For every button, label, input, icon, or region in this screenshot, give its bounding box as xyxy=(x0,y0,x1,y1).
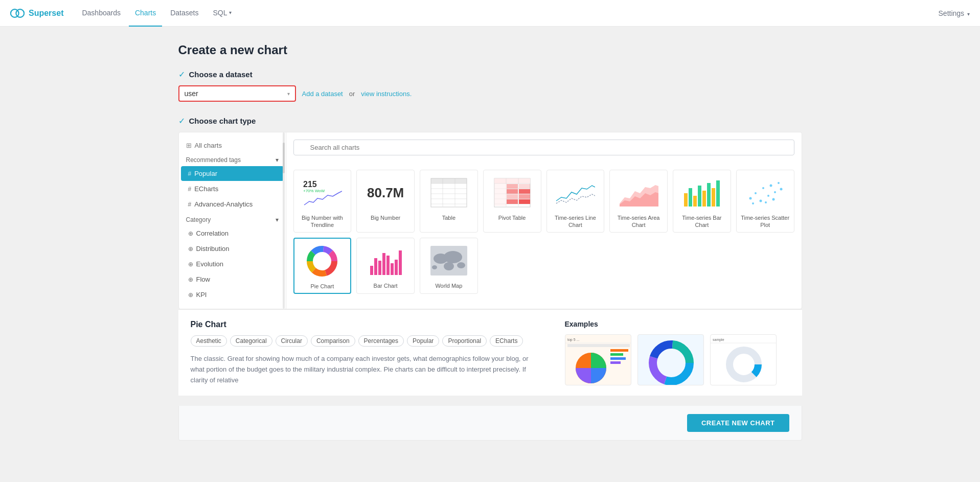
svg-rect-38 xyxy=(716,180,720,206)
sidebar-item-evolution[interactable]: ⊕ Evolution xyxy=(181,257,284,271)
nav-link-sql[interactable]: SQL ▾ xyxy=(207,0,238,27)
chart-search-input[interactable] xyxy=(293,140,794,155)
chart-name-bar-chart: Time-series Bar Chart xyxy=(676,214,727,229)
chart-description: The classic. Great for showing how much … xyxy=(191,354,544,385)
svg-point-46 xyxy=(778,182,780,184)
svg-text:top 5 ...: top 5 ... xyxy=(567,338,579,342)
view-instructions-link[interactable]: view instructions. xyxy=(361,90,412,98)
chart-name-area-chart: Time-series Area Chart xyxy=(613,214,664,229)
chart-grid-row2: Pie Chart xyxy=(293,238,794,294)
sidebar-item-kpi[interactable]: ⊕ KPI xyxy=(181,287,284,302)
sidebar-item-echarts[interactable]: # ECharts xyxy=(181,181,284,196)
page-title: Create a new chart xyxy=(178,43,802,57)
step2-header: ✓ Choose chart type xyxy=(178,116,802,126)
chart-detail-left: Pie Chart Aesthetic Categorical Circular… xyxy=(191,320,544,385)
tag-percentages[interactable]: Percentages xyxy=(358,335,404,347)
add-dataset-link[interactable]: Add a dataset xyxy=(302,90,343,98)
tag-categorical[interactable]: Categorical xyxy=(230,335,272,347)
tag-circular[interactable]: Circular xyxy=(276,335,308,347)
area-chart-svg xyxy=(619,178,658,208)
example-donut-2-svg: sample xyxy=(711,335,777,385)
search-wrapper: 🔍 xyxy=(293,140,794,163)
chart-card-pie-chart[interactable]: Pie Chart xyxy=(293,238,352,294)
svg-point-71 xyxy=(444,262,454,270)
svg-point-72 xyxy=(457,262,465,268)
svg-rect-76 xyxy=(567,344,630,347)
chart-thumb-table xyxy=(423,174,474,211)
line-chart-svg xyxy=(555,178,595,208)
svg-rect-26 xyxy=(519,189,530,194)
tag-popular[interactable]: Popular xyxy=(407,335,439,347)
svg-point-1 xyxy=(16,9,24,17)
chart-card-scatter-plot[interactable]: Time-series Scatter Plot xyxy=(736,170,794,233)
svg-rect-25 xyxy=(507,189,518,194)
chevron-down-icon: ▾ xyxy=(276,156,279,164)
chart-card-bar-chart[interactable]: Time-series Bar Chart xyxy=(673,170,731,233)
chart-grid: 215 +70% WoW Big Number with Trendline 8… xyxy=(293,170,794,233)
chart-card-big-number-trend[interactable]: 215 +70% WoW Big Number with Trendline xyxy=(293,170,352,233)
or-text: or xyxy=(349,90,355,98)
svg-rect-61 xyxy=(374,258,377,275)
tag-proportional[interactable]: Proportional xyxy=(442,335,487,347)
sidebar-recommended-tags-header[interactable]: Recommended tags ▾ xyxy=(179,152,286,166)
nav-logo-text: Superset xyxy=(29,9,63,18)
sidebar-item-popular[interactable]: # Popular xyxy=(181,166,284,181)
step2-check-icon: ✓ xyxy=(178,116,185,126)
svg-rect-36 xyxy=(707,183,711,206)
svg-rect-30 xyxy=(519,199,530,204)
nav-logo[interactable]: Superset xyxy=(10,9,63,18)
svg-point-87 xyxy=(661,353,681,373)
chart-card-world-map[interactable]: World Map xyxy=(420,238,478,294)
bar-chart-2-svg xyxy=(367,245,404,276)
svg-rect-31 xyxy=(684,193,688,206)
dataset-select-arrow: ▾ xyxy=(287,91,290,97)
bar-chart-svg xyxy=(682,178,722,208)
svg-point-49 xyxy=(765,201,767,203)
svg-rect-37 xyxy=(712,188,715,206)
chart-card-line-chart[interactable]: Time-series Line Chart xyxy=(546,170,605,233)
step1-label: Choose a dataset xyxy=(189,70,253,79)
chart-card-bar-chart-2[interactable]: Bar Chart xyxy=(356,238,415,294)
dataset-select[interactable]: user ▾ xyxy=(178,85,296,102)
step2-label: Choose chart type xyxy=(189,117,256,125)
chart-sidebar: ⊞ All charts Recommended tags ▾ # Popula… xyxy=(179,132,286,309)
settings-link[interactable]: Settings ▾ xyxy=(939,9,970,17)
chart-thumb-bar-chart-2 xyxy=(360,242,411,279)
nav-link-charts[interactable]: Charts xyxy=(129,0,162,27)
chart-card-table[interactable]: Table xyxy=(420,170,478,233)
svg-text:+70% WoW: +70% WoW xyxy=(303,189,325,193)
svg-rect-23 xyxy=(507,184,518,189)
sidebar-all-charts[interactable]: ⊞ All charts xyxy=(179,139,286,152)
sidebar-item-flow[interactable]: ⊕ Flow xyxy=(181,272,284,287)
sidebar-category-header[interactable]: Category ▾ xyxy=(179,212,286,225)
step1-section: ✓ Choose a dataset user ▾ Add a dataset … xyxy=(178,70,802,102)
example-pie-1-svg: top 5 ... xyxy=(565,335,631,385)
create-new-chart-button[interactable]: CREATE NEW CHART xyxy=(687,414,789,432)
tag-echarts[interactable]: ECharts xyxy=(490,335,523,347)
svg-rect-80 xyxy=(610,357,626,360)
scatter-plot-svg xyxy=(745,178,785,208)
chart-card-pivot-table[interactable]: Pivot Table xyxy=(483,170,541,233)
sidebar-scrollbar[interactable] xyxy=(283,132,285,309)
svg-point-40 xyxy=(755,192,757,194)
svg-point-50 xyxy=(772,198,774,201)
chart-card-area-chart[interactable]: Time-series Area Chart xyxy=(609,170,668,233)
svg-point-73 xyxy=(432,265,437,269)
chart-name-world-map: World Map xyxy=(435,282,462,289)
nav-right: Settings ▾ xyxy=(939,9,970,17)
hash-icon-evolution: ⊕ xyxy=(188,261,193,268)
tag-aesthetic[interactable]: Aesthetic xyxy=(191,335,227,347)
sidebar-item-advanced-analytics[interactable]: # Advanced-Analytics xyxy=(181,197,284,212)
svg-point-48 xyxy=(752,202,754,204)
sidebar-item-correlation[interactable]: ⊕ Correlation xyxy=(181,226,284,241)
nav-link-dashboards[interactable]: Dashboards xyxy=(76,0,127,27)
tag-comparison[interactable]: Comparison xyxy=(311,335,355,347)
pie-chart-svg xyxy=(307,246,337,277)
nav-link-datasets[interactable]: Datasets xyxy=(164,0,204,27)
hash-icon-echarts: # xyxy=(188,186,192,193)
svg-rect-64 xyxy=(386,256,390,275)
examples-row: top 5 ... xyxy=(565,334,790,385)
chart-card-big-number[interactable]: 80.7M Big Number xyxy=(356,170,415,233)
sidebar-item-distribution[interactable]: ⊕ Distribution xyxy=(181,241,284,256)
svg-rect-67 xyxy=(399,250,402,275)
